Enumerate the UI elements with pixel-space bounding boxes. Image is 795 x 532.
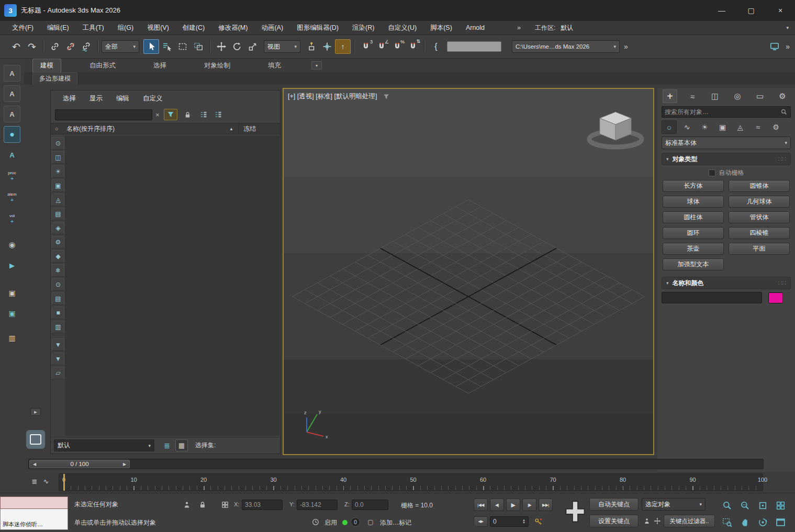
key-icon[interactable] xyxy=(532,516,544,527)
layer-view-button[interactable] xyxy=(212,109,225,120)
column-frozen-header[interactable]: 冻结 xyxy=(239,124,280,133)
cylinder-button[interactable]: 圆柱体 xyxy=(663,211,724,223)
block-view-icon[interactable]: ■ xyxy=(52,307,64,319)
viewport-filter-icon[interactable] xyxy=(383,93,390,100)
lock-explorer-button[interactable] xyxy=(182,109,194,120)
show-frozen-icon[interactable]: ❄ xyxy=(52,264,64,277)
current-frame-field[interactable]: 0▲▼ xyxy=(490,516,529,527)
category-shapes-icon[interactable]: ∿ xyxy=(679,120,695,134)
row-state-icon[interactable]: ○ xyxy=(51,126,62,132)
display-containers-icon[interactable]: ▤ xyxy=(52,208,64,220)
explorer-menu-edit[interactable]: 编辑 xyxy=(109,94,136,103)
maximize-viewport-button[interactable] xyxy=(771,514,789,530)
teapot-button[interactable]: 茶壶 xyxy=(663,243,724,255)
display-cameras-icon[interactable]: ▣ xyxy=(52,179,64,192)
tag-count-badge[interactable]: 0 xyxy=(351,517,360,527)
toolbar-overflow-icon[interactable]: » xyxy=(624,42,628,51)
category-helpers-icon[interactable]: ◬ xyxy=(733,120,748,134)
category-geometry-icon[interactable]: ○ xyxy=(662,120,677,134)
explorer-search-input[interactable] xyxy=(55,109,152,120)
go-to-end-button[interactable]: ▶▶| xyxy=(539,499,553,511)
explorer-menu-select[interactable]: 选择 xyxy=(56,94,83,103)
ribbon-collapse-button[interactable]: ▾ xyxy=(311,61,322,70)
motion-tab-icon[interactable]: ◎ xyxy=(730,89,745,103)
time-tag-clock-icon[interactable] xyxy=(310,517,321,527)
alem-tool-icon[interactable]: alem+ xyxy=(4,188,20,206)
detail-view-icon[interactable]: ▥ xyxy=(52,321,64,333)
display-tab-icon[interactable]: ▭ xyxy=(753,89,767,103)
box-button[interactable]: 长方体 xyxy=(663,180,724,192)
utilities-tab-icon[interactable]: ⚙ xyxy=(775,89,790,103)
show-curves-icon[interactable]: ∿ xyxy=(41,476,51,486)
display-lights-icon[interactable]: ☀ xyxy=(52,165,64,178)
name-color-rollout[interactable]: ▾ 名称和颜色 ∷∷ xyxy=(662,277,791,289)
select-object-button[interactable] xyxy=(143,39,159,54)
isolate-selection-icon[interactable] xyxy=(181,499,193,511)
z-coordinate-field[interactable]: 0.0 xyxy=(352,500,388,510)
undo-button[interactable]: ↶ xyxy=(8,39,24,54)
character-tool-icon[interactable]: ▶ xyxy=(4,257,20,274)
toolbar-overflow2-icon[interactable]: » xyxy=(786,42,790,51)
maxscript-mini-listener[interactable]: 脚本迷你侦听… xyxy=(0,496,68,530)
time-slider-track[interactable]: ◀ 0 / 100 ▶ xyxy=(28,459,764,469)
filter-funnel-button[interactable] xyxy=(164,109,177,120)
menu-customize[interactable]: 自定义(U) xyxy=(381,24,423,32)
play-button[interactable]: ▶ xyxy=(506,499,520,511)
object-name-input[interactable] xyxy=(662,292,762,303)
maximize-button[interactable]: ▢ xyxy=(736,0,766,21)
object-type-rollout[interactable]: ▾ 对象类型 ∷∷ xyxy=(662,153,791,165)
go-to-start-button[interactable]: |◀◀ xyxy=(474,499,488,511)
category-systems-icon[interactable]: ⚙ xyxy=(768,120,783,134)
display-materials-icon[interactable]: ◆ xyxy=(52,250,64,263)
selection-lock-icon[interactable] xyxy=(196,499,209,511)
ribbon-tab-selection[interactable]: 选择 xyxy=(146,59,174,72)
viewport-layout-tab-button[interactable] xyxy=(26,430,45,449)
next-frame-button[interactable]: |▶ xyxy=(522,499,536,511)
torus-button[interactable]: 圆环 xyxy=(663,227,724,239)
set-key-big-button[interactable] xyxy=(564,500,586,527)
workspace-caret-icon[interactable]: ▾ xyxy=(786,25,789,30)
autogrid-checkbox[interactable] xyxy=(709,169,715,176)
y-coordinate-field[interactable]: -83.142 xyxy=(297,500,338,510)
windows-layout-icon[interactable]: ▥ xyxy=(4,330,20,346)
project-path-dropdown[interactable]: C:\Users\me…ds Max 2026▾ xyxy=(512,40,620,53)
object-color-swatch[interactable] xyxy=(768,292,783,303)
pan-button[interactable] xyxy=(736,514,754,530)
panel-expand-button[interactable]: ▶ xyxy=(30,408,41,416)
ribbon-panel-poly-modeling[interactable]: 多边形建模 xyxy=(32,72,77,85)
key-filters-button[interactable]: 关键点过滤器.. xyxy=(664,515,715,527)
menu-group[interactable]: 组(G) xyxy=(111,24,141,32)
menu-modifiers[interactable]: 修改器(M) xyxy=(211,24,254,32)
column-name-header[interactable]: 名称(按升序排序) xyxy=(66,124,115,133)
ribbon-tab-object-paint[interactable]: 对象绘制 xyxy=(197,59,238,72)
cone-button[interactable]: 圆锥体 xyxy=(729,180,790,192)
select-and-rotate-button[interactable] xyxy=(229,39,245,54)
document-a2-icon[interactable]: A xyxy=(4,85,20,102)
menu-animation[interactable]: 动画(A) xyxy=(254,24,290,32)
category-cameras-icon[interactable]: ▣ xyxy=(715,120,730,134)
display-all-icon[interactable]: ⊙ xyxy=(52,137,64,150)
list-view-icon[interactable]: ▤ xyxy=(52,292,64,305)
tube-button[interactable]: 管状体 xyxy=(729,211,790,223)
pin-a-icon[interactable]: A xyxy=(4,146,20,163)
folder-search-icon[interactable]: ▣ xyxy=(4,305,20,322)
angle-snap-button[interactable]: ∠ xyxy=(374,39,389,54)
maxscript-button[interactable]: { xyxy=(428,39,444,54)
search-all-objects-input[interactable]: 搜索所有对象… xyxy=(662,106,791,118)
percent-snap-button[interactable]: % xyxy=(389,39,405,54)
viewport-label[interactable]: [+] [透视] [标准] [默认明暗处理] xyxy=(288,92,377,101)
bind-to-space-warp-icon[interactable] xyxy=(79,39,94,54)
display-helpers-icon[interactable]: ◬ xyxy=(52,194,64,206)
keyboard-override-button[interactable]: ↑ xyxy=(335,39,351,54)
viewcube[interactable] xyxy=(585,104,646,158)
select-and-link-icon[interactable] xyxy=(47,39,63,54)
sphere-tool-icon[interactable]: ● xyxy=(4,126,20,143)
hierarchy-tab-icon[interactable]: ◫ xyxy=(708,89,722,103)
explorer-preset-dropdown[interactable]: 默认▾ xyxy=(54,439,154,451)
unlink-selection-icon[interactable] xyxy=(63,39,79,54)
time-slider[interactable]: ◀ 0 / 100 ▶ xyxy=(29,460,130,468)
add-time-tag[interactable]: 添加…标记 xyxy=(380,518,411,527)
menu-rendering[interactable]: 渲染(R) xyxy=(345,24,381,32)
document-a1-icon[interactable]: A xyxy=(4,65,20,82)
zoom-region-button[interactable] xyxy=(718,514,736,530)
